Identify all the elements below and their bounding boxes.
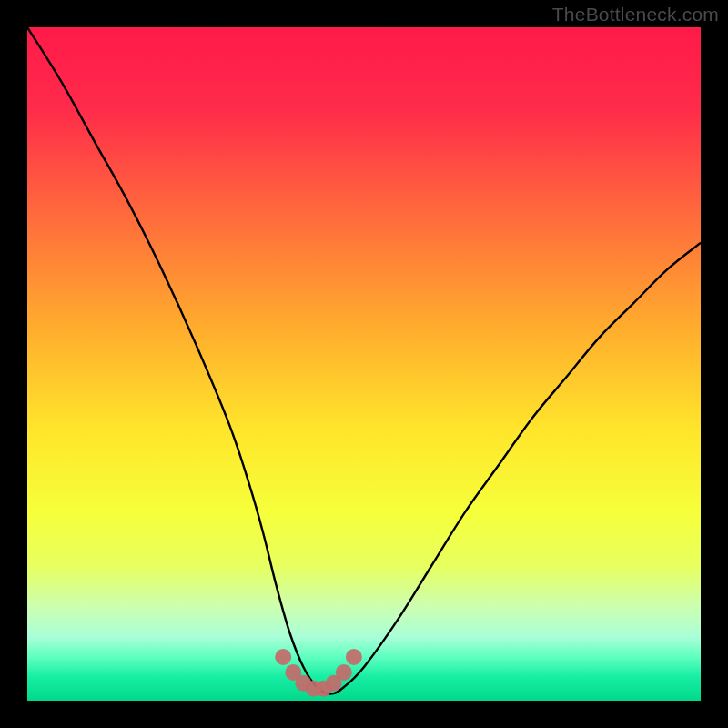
chart-svg	[27, 27, 701, 701]
watermark-label: TheBottleneck.com	[552, 4, 719, 25]
marker-dot	[275, 649, 291, 665]
chart-frame: TheBottleneck.com	[0, 0, 728, 728]
marker-dot	[346, 649, 362, 665]
plot-area	[27, 27, 701, 701]
marker-dot	[336, 664, 352, 681]
gradient-background	[27, 27, 701, 701]
